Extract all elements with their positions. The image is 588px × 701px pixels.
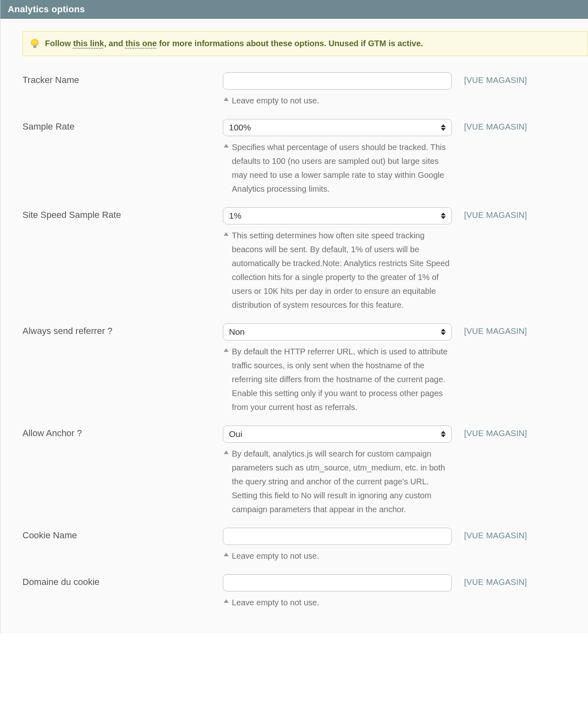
label-tracker-name: Tracker Name	[22, 72, 211, 85]
notice-suffix: for more informations about these option…	[157, 39, 423, 48]
lightbulb-icon	[30, 39, 39, 48]
hint-cookie-domain: Leave empty to not use.	[223, 596, 452, 609]
scope-always-send-referrer: [VUE MAGASIN]	[464, 323, 588, 336]
hint-always-send-referrer: By default the HTTP referrer URL, which …	[223, 345, 452, 414]
analytics-options-panel: Analytics options Follow this link, and …	[0, 0, 588, 633]
label-sample-rate: Sample Rate	[22, 119, 211, 132]
notice-text: Follow this link, and this one for more …	[45, 39, 423, 48]
site-speed-rate-value: 1%	[229, 211, 241, 221]
updown-icon	[439, 211, 447, 221]
label-allow-anchor: Allow Anchor ?	[22, 426, 211, 439]
hint-site-speed-rate: This setting determines how often site s…	[223, 228, 452, 312]
row-allow-anchor: Allow Anchor ? Oui By default, analytics…	[17, 426, 588, 528]
row-cookie-domain: Domaine du cookie Leave empty to not use…	[17, 574, 588, 621]
label-cookie-domain: Domaine du cookie	[22, 574, 211, 587]
scope-site-speed-rate: [VUE MAGASIN]	[464, 207, 588, 220]
sample-rate-select[interactable]: 100%	[223, 119, 452, 136]
tracker-name-input[interactable]	[223, 72, 452, 90]
panel-body: Follow this link, and this one for more …	[0, 19, 588, 633]
updown-icon	[439, 327, 447, 337]
row-cookie-name: Cookie Name Leave empty to not use. [VUE…	[17, 528, 588, 574]
hint-sample-rate: Specifies what percentage of users shoul…	[223, 140, 452, 196]
notice-link-2[interactable]: this one	[126, 39, 157, 48]
allow-anchor-select[interactable]: Oui	[223, 426, 452, 443]
notice-prefix: Follow	[45, 39, 73, 48]
notice-mid: , and	[104, 39, 125, 48]
panel-title: Analytics options	[0, 0, 588, 19]
label-always-send-referrer: Always send referrer ?	[22, 323, 211, 336]
sample-rate-value: 100%	[229, 123, 251, 132]
row-site-speed-rate: Site Speed Sample Rate 1% This setting d…	[17, 207, 588, 323]
notice-link-1[interactable]: this link	[73, 39, 104, 48]
row-tracker-name: Tracker Name Leave empty to not use. [VU…	[17, 72, 588, 119]
updown-icon	[439, 429, 447, 439]
cookie-domain-input[interactable]	[223, 574, 452, 591]
cookie-name-input[interactable]	[223, 528, 452, 545]
info-notice: Follow this link, and this one for more …	[22, 31, 588, 56]
scope-sample-rate: [VUE MAGASIN]	[464, 119, 588, 132]
scope-tracker-name: [VUE MAGASIN]	[464, 72, 588, 85]
hint-tracker-name: Leave empty to not use.	[223, 94, 452, 108]
scope-cookie-domain: [VUE MAGASIN]	[464, 574, 588, 587]
updown-icon	[439, 123, 447, 132]
hint-allow-anchor: By default, analytics.js will search for…	[223, 447, 452, 516]
label-site-speed-rate: Site Speed Sample Rate	[22, 207, 211, 220]
scope-allow-anchor: [VUE MAGASIN]	[464, 426, 588, 438]
scope-cookie-name: [VUE MAGASIN]	[464, 528, 588, 540]
always-send-referrer-value: Non	[229, 327, 245, 337]
label-cookie-name: Cookie Name	[22, 528, 211, 541]
row-sample-rate: Sample Rate 100% Specifies what percenta…	[17, 119, 588, 207]
hint-cookie-name: Leave empty to not use.	[223, 549, 452, 563]
site-speed-rate-select[interactable]: 1%	[223, 207, 452, 224]
allow-anchor-value: Oui	[229, 429, 242, 439]
always-send-referrer-select[interactable]: Non	[223, 323, 452, 340]
row-always-send-referrer: Always send referrer ? Non By default th…	[17, 323, 588, 426]
